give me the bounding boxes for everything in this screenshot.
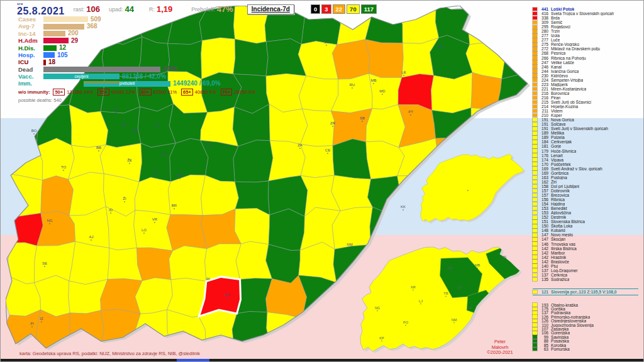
municipality-cell[interactable]: [6, 310, 41, 354]
list-item[interactable]: 247Velike Lašče: [533, 60, 643, 65]
legend-count-box[interactable]: 117: [361, 4, 377, 14]
list-item[interactable]: 158Dol pri Ljubljani: [533, 184, 643, 189]
list-item[interactable]: 184Cerkvenjak: [533, 140, 643, 144]
list-item[interactable]: 147Novo mesto: [533, 233, 643, 237]
list-item[interactable]: 266Ribnica na Pohorju: [533, 56, 643, 60]
list-item[interactable]: 181Gorje: [533, 144, 643, 148]
list-item[interactable]: 338Brda: [533, 16, 643, 20]
list-item[interactable]: 157Brezovica: [533, 193, 643, 197]
incidence-mode-button[interactable]: Incidenca-7d: [247, 4, 294, 14]
highlighted-municipality[interactable]: [199, 277, 240, 316]
list-item[interactable]: 416Sveta Trojica v Slovenskih goricah: [533, 11, 643, 16]
list-item[interactable]: 150Škofja Loka: [533, 224, 643, 228]
list-item[interactable]: 189Metlika: [533, 131, 643, 135]
list-item[interactable]: 223Majšperk: [533, 82, 643, 87]
list-item[interactable]: 156Ribnica: [533, 197, 643, 202]
list-item[interactable]: 154Hajdina: [533, 202, 643, 206]
municipality-cell[interactable]: [471, 72, 502, 110]
list-item[interactable]: 272Miklavž na Dravskem polju: [533, 47, 643, 51]
list-item[interactable]: 277Izola: [533, 33, 643, 38]
list-item[interactable]: 215Sveti Jurij ob Ščavnici: [533, 100, 643, 104]
list-item[interactable]: 309Semič: [533, 20, 643, 25]
list-item[interactable]: 275Renče-Vogrsko: [533, 42, 643, 47]
municipality-cell[interactable]: [134, 210, 173, 251]
list-item[interactable]: 170Podčetrtek: [533, 162, 643, 167]
legend-count-box[interactable]: 22: [333, 4, 346, 14]
municipality-cell[interactable]: [70, 310, 104, 351]
list-item[interactable]: 211Videm: [533, 109, 643, 113]
list-item[interactable]: 137Cerknica: [533, 273, 643, 277]
list-item[interactable]: 221Miren-Kostanjevica: [533, 87, 643, 91]
municipality-cell[interactable]: [235, 209, 270, 244]
municipality-cell[interactable]: [333, 40, 370, 79]
municipality-cell[interactable]: [37, 211, 75, 246]
municipality-cell[interactable]: [496, 75, 534, 111]
list-item[interactable]: 268Pesnica: [533, 51, 643, 55]
list-item[interactable]: 135Sodražica: [533, 277, 643, 282]
municipality-cell[interactable]: [502, 38, 534, 79]
list-item[interactable]: 214Hrpelje-Kozina: [533, 104, 643, 109]
list-item[interactable]: 174Vipava: [533, 158, 643, 162]
slovenia-summary-row[interactable]: 121Slovenija pcr..123 Z:135,5 V:108,0: [533, 288, 643, 295]
list-item[interactable]: 147Škocjan: [533, 237, 643, 241]
list-item[interactable]: 148Kobarid: [533, 228, 643, 233]
list-item[interactable]: 210Koper: [533, 113, 643, 118]
municipality-cell[interactable]: [366, 104, 406, 147]
list-item[interactable]: 176Lenart: [533, 153, 643, 158]
list-item-top[interactable]: 441Loški Potok: [533, 7, 643, 11]
list-item[interactable]: 224Šempeter-Vrtojba: [533, 78, 643, 82]
list-item[interactable]: 244Ivančna Gorica: [533, 69, 643, 74]
list-item[interactable]: 246Kanal: [533, 65, 643, 69]
municipality-cell[interactable]: [167, 215, 207, 251]
list-item[interactable]: 191Nova Gorica: [533, 118, 643, 122]
municipality-cell[interactable]: [500, 209, 534, 245]
municipality-cell[interactable]: [6, 213, 43, 246]
municipality-cell[interactable]: [136, 310, 172, 353]
municipality-cell[interactable]: [135, 177, 170, 214]
list-item[interactable]: 277Luče: [533, 38, 643, 42]
legend-count-box[interactable]: 3: [321, 4, 331, 14]
municipality-cell[interactable]: [431, 72, 473, 112]
legend-count-box[interactable]: 70: [347, 4, 360, 14]
list-item[interactable]: 153Benedikt: [533, 206, 643, 211]
list-item[interactable]: 191Sveti Jurij v Slovenskih goricah: [533, 126, 643, 131]
municipality-cell[interactable]: [69, 241, 109, 284]
list-item[interactable]: 216Piran: [533, 96, 643, 100]
list-item[interactable]: 151Slovenska Bistrica: [533, 219, 643, 224]
municipality-cell[interactable]: [269, 209, 304, 250]
municipality-cell[interactable]: [233, 140, 273, 182]
list-item[interactable]: 142Maribor: [533, 251, 643, 255]
list-item[interactable]: 137Log-Dragomer: [533, 268, 643, 273]
list-item[interactable]: 169Sveti Andraž v Slov. goricah: [533, 167, 643, 171]
list-item[interactable]: 142Ilirska Bistrica: [533, 246, 643, 251]
municipality-cell[interactable]: [41, 176, 74, 216]
municipality-cell[interactable]: [101, 107, 141, 148]
list-item[interactable]: 295Rogašovci: [533, 25, 643, 29]
list-item[interactable]: 157Dobrovnik: [533, 189, 643, 193]
municipality-cell[interactable]: [299, 76, 338, 111]
list-item[interactable]: 191Solčava: [533, 122, 643, 126]
municipality-cell[interactable]: [205, 244, 242, 282]
list-item[interactable]: 216Borovnica: [533, 91, 643, 96]
list-item[interactable]: 153Ajdovščina: [533, 211, 643, 215]
list-item[interactable]: 146Trnovska vas: [533, 241, 643, 246]
municipality-cell[interactable]: [365, 40, 403, 78]
list-item[interactable]: 169Gorišnica: [533, 171, 643, 175]
municipality-cell[interactable]: [137, 248, 173, 281]
municipality-cell[interactable]: [232, 312, 270, 350]
municipality-cell[interactable]: [496, 108, 534, 144]
legend-count-box[interactable]: 0: [311, 4, 320, 14]
list-item[interactable]: 189Polzela: [533, 135, 643, 140]
list-item[interactable]: 179Hoče-Slivnica: [533, 149, 643, 153]
list-item[interactable]: 230Kidričevo: [533, 74, 643, 78]
list-item[interactable]: 142Braslovče: [533, 260, 643, 264]
municipality-cell[interactable]: [169, 246, 207, 282]
municipality-cell[interactable]: [468, 6, 504, 45]
municipality-cell[interactable]: [496, 6, 534, 43]
list-item[interactable]: 140Ptuj: [533, 264, 643, 268]
list-item[interactable]: 163Postojna: [533, 175, 643, 180]
municipality-cell[interactable]: [169, 175, 206, 215]
list-item[interactable]: 280Trzin: [533, 29, 643, 33]
list-item[interactable]: 142Hrastnik: [533, 255, 643, 260]
municipality-cell[interactable]: [333, 139, 371, 179]
